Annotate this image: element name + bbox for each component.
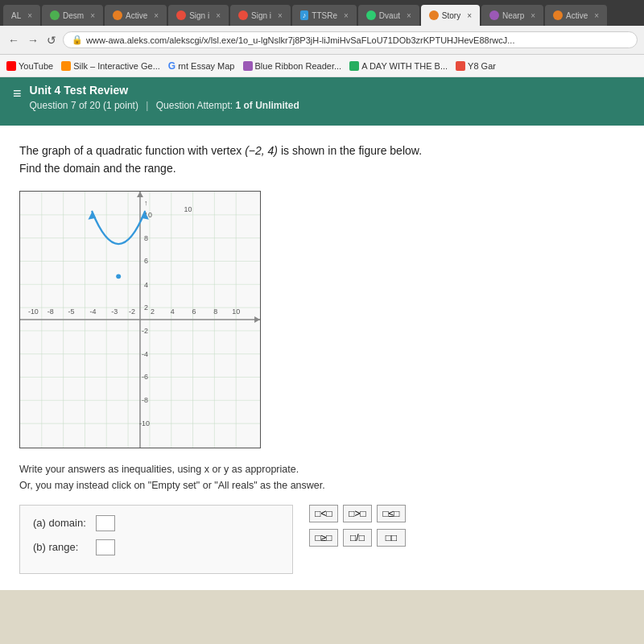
tab-icon-desm <box>50 10 60 20</box>
aleks-header: ≡ Unit 4 Test Review Question 7 of 20 (1… <box>0 77 644 126</box>
tab-active2[interactable]: Active × <box>545 5 607 26</box>
silk-icon <box>61 61 71 71</box>
adaywith-icon <box>349 61 359 71</box>
tab-icon-signi2 <box>238 10 248 20</box>
tab-icon-dvaut <box>366 10 376 20</box>
tab-ttsre[interactable]: ♪ TTSRe × <box>292 5 357 26</box>
address-bar: ← → ↺ 🔒 www-awa.aleks.com/alekscgi/x/lsl… <box>0 26 644 55</box>
tab-icon-story <box>429 10 439 20</box>
symbol-row-1: □<□ □>□ □≤□ <box>309 505 406 522</box>
instruction-line2: Or, you may instead click on "Empty set"… <box>19 477 625 493</box>
url-text: www-awa.aleks.com/alekscgi/x/lsl.exe/1o_… <box>86 35 514 45</box>
tab-dvaut[interactable]: Dvaut × <box>358 5 419 26</box>
answer-right-symbols: □<□ □>□ □≤□ □≥□ □/□ □□ <box>309 505 406 547</box>
svg-text:-5: -5 <box>68 308 75 316</box>
domain-input[interactable] <box>96 515 115 531</box>
bottom-area <box>0 590 644 644</box>
domain-label: (a) domain: <box>33 517 89 529</box>
svg-text:8: 8 <box>213 308 217 316</box>
svg-text:-10: -10 <box>139 419 150 427</box>
svg-text:10: 10 <box>184 205 192 213</box>
tab-story[interactable]: Story × <box>421 5 480 26</box>
range-label: (b) range: <box>33 541 89 553</box>
bookmark-youtube-label: YouTube <box>19 61 53 71</box>
svg-text:-10: -10 <box>28 308 39 316</box>
svg-text:6: 6 <box>192 308 196 316</box>
question-text-part3: Find the domain and the range. <box>19 162 176 175</box>
lock-icon: 🔒 <box>72 35 83 45</box>
tab-close-desm[interactable]: × <box>90 11 95 20</box>
answer-left-box: (a) domain: (b) range: <box>19 505 293 574</box>
y8-icon <box>456 61 465 71</box>
svg-text:8: 8 <box>144 233 148 242</box>
svg-text:-8: -8 <box>47 308 54 316</box>
svg-text:-6: -6 <box>142 373 148 381</box>
attempt-value: 1 of Unlimited <box>235 100 299 111</box>
tab-al[interactable]: AL × <box>3 5 40 26</box>
youtube-icon <box>6 61 16 71</box>
url-box[interactable]: 🔒 www-awa.aleks.com/alekscgi/x/lsl.exe/1… <box>63 31 638 48</box>
svg-text:-8: -8 <box>142 396 148 404</box>
tab-close-al[interactable]: × <box>27 11 32 20</box>
tab-signi2[interactable]: Sign i × <box>230 5 291 26</box>
blueribbon-icon <box>243 61 253 71</box>
svg-text:10: 10 <box>232 308 240 316</box>
svg-text:2: 2 <box>151 308 155 316</box>
tab-nearp[interactable]: Nearp × <box>481 5 543 26</box>
reload-button[interactable]: ↺ <box>45 34 58 47</box>
range-input[interactable] <box>96 539 115 555</box>
bookmark-essaymap-label: rnt Essay Map <box>178 61 234 71</box>
question-text-part1: The graph of a quadratic function with v… <box>19 144 245 157</box>
hamburger-menu[interactable]: ≡ <box>13 85 22 102</box>
bookmark-youtube[interactable]: YouTube <box>6 61 53 71</box>
svg-text:↑: ↑ <box>144 199 147 207</box>
question-text: The graph of a quadratic function with v… <box>19 142 625 178</box>
bookmark-y8-label: Y8 Gar <box>468 61 496 71</box>
bookmark-essaymap[interactable]: G rnt Essay Map <box>168 60 235 72</box>
graph-container: 10 -5 -4 -3 -2 2 4 6 8 10 -10 -8 10 8 6 … <box>19 191 261 448</box>
tab-icon-signi1 <box>176 10 186 20</box>
header-text: Unit 4 Test Review Question 7 of 20 (1 p… <box>30 84 299 111</box>
bookmark-blueribon[interactable]: Blue Ribbon Reader... <box>243 61 342 71</box>
symbol-row-2: □≥□ □/□ □□ <box>309 529 406 547</box>
back-button[interactable]: ← <box>6 34 21 47</box>
browser-tabs: AL × Desm × Active × Sign i × Sign i × ♪… <box>0 0 644 26</box>
answer-row: (a) domain: (b) range: □<□ □>□ □≤□ □≥□ □… <box>19 505 625 574</box>
less-than-button[interactable]: □<□ <box>309 505 338 522</box>
google-icon: G <box>168 60 175 72</box>
bookmark-y8[interactable]: Y8 Gar <box>456 61 496 71</box>
bookmark-adaywith-label: A DAY WITH THE B... <box>361 61 448 71</box>
svg-point-49 <box>116 274 121 279</box>
fraction-button[interactable]: □/□ <box>343 529 372 547</box>
question-info: Question 7 of 20 (1 point) <box>30 100 138 111</box>
bookmark-blueribbon-label: Blue Ribbon Reader... <box>255 61 342 71</box>
page-bg-decoration <box>0 590 644 644</box>
tab-active1[interactable]: Active × <box>105 5 167 26</box>
header-separator: | <box>146 100 148 111</box>
greater-than-button[interactable]: □>□ <box>343 505 372 522</box>
less-equal-button[interactable]: □≤□ <box>377 505 406 522</box>
svg-text:6: 6 <box>144 257 148 265</box>
answer-instructions: Write your answers as inequalities, usin… <box>19 461 625 493</box>
tab-signi1[interactable]: Sign i × <box>168 5 229 26</box>
svg-text:-2: -2 <box>142 327 148 335</box>
greater-equal-button[interactable]: □≥□ <box>309 529 338 547</box>
superscript-button[interactable]: □□ <box>377 529 406 547</box>
header-subtitle: Question 7 of 20 (1 point) | Question At… <box>30 100 299 111</box>
forward-button[interactable]: → <box>26 34 40 47</box>
question-text-part2: is shown in the figure below. <box>278 144 422 157</box>
bookmark-adaywith[interactable]: A DAY WITH THE B... <box>349 61 448 71</box>
vertex-text: (−2, 4) <box>245 144 278 157</box>
attempt-label: Question Attempt: <box>156 100 236 111</box>
header-title: Unit 4 Test Review <box>30 84 299 97</box>
svg-text:-4: -4 <box>89 308 96 316</box>
instruction-line1: Write your answers as inequalities, usin… <box>19 461 625 477</box>
main-content: The graph of a quadratic function with v… <box>0 126 644 590</box>
svg-text:-2: -2 <box>129 308 135 316</box>
svg-text:4: 4 <box>144 281 148 289</box>
bookmark-silk[interactable]: Silk – Interactive Ge... <box>61 61 160 71</box>
svg-text:-4: -4 <box>142 349 148 357</box>
graph-svg: 10 -5 -4 -3 -2 2 4 6 8 10 -10 -8 10 8 6 … <box>20 192 260 448</box>
svg-text:2: 2 <box>144 303 148 312</box>
tab-desm[interactable]: Desm × <box>42 5 103 26</box>
